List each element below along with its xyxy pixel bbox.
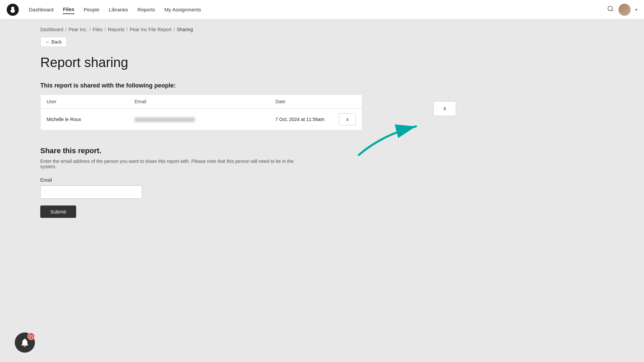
notification-icon [20, 338, 30, 348]
notification-bubble[interactable]: 21 [15, 333, 35, 353]
col-header-user: User [41, 95, 129, 109]
svg-line-1 [612, 10, 613, 11]
share-table: User Email Date Michelle le Roux 7 Oct, … [40, 95, 362, 130]
nav-people[interactable]: People [84, 5, 100, 14]
breadcrumb-sep-4: / [126, 27, 128, 32]
email-field-label: Email [40, 177, 604, 183]
breadcrumb-sep-5: / [173, 27, 175, 32]
breadcrumb-sep-3: / [105, 27, 106, 32]
breadcrumb-sep-2: / [89, 27, 91, 32]
notification-badge: 21 [28, 333, 35, 340]
popup-delete-box[interactable]: x [433, 101, 456, 116]
email-input[interactable] [40, 185, 142, 199]
nav-libraries[interactable]: Libraries [109, 5, 128, 14]
delete-share-button[interactable]: x [339, 113, 356, 125]
submit-button[interactable]: Submit [40, 205, 76, 218]
row-date: 7 Oct, 2024 at 11:56am [269, 109, 333, 130]
breadcrumb-dashboard[interactable]: Dashboard [40, 27, 63, 32]
nav-reports[interactable]: Reports [138, 5, 155, 14]
share-form-title: Share this report. [40, 146, 604, 155]
avatar[interactable] [619, 4, 631, 16]
breadcrumb-reports[interactable]: Reports [108, 27, 124, 32]
popup-x-label: x [443, 106, 446, 112]
nav-links: Dashboard Files People Libraries Reports… [29, 5, 607, 14]
share-form-description: Enter the email address of the person yo… [40, 159, 302, 169]
main-content: Dashboard / Pear Inc. / Files / Reports … [0, 0, 644, 362]
table-row: Michelle le Roux 7 Oct, 2024 at 11:56am … [41, 109, 362, 130]
row-user: Michelle le Roux [41, 109, 129, 130]
svg-point-0 [608, 6, 612, 11]
logo-icon [9, 6, 16, 13]
row-action: x [333, 109, 362, 130]
col-header-email: Email [128, 95, 269, 109]
breadcrumb: Dashboard / Pear Inc. / Files / Reports … [40, 19, 604, 37]
nav-my-assignments[interactable]: My Assignments [164, 5, 201, 14]
logo[interactable] [7, 4, 19, 16]
row-email [128, 109, 269, 130]
table-wrapper: User Email Date Michelle le Roux 7 Oct, … [40, 95, 362, 130]
col-header-action [333, 95, 362, 109]
nav-right: ▾ [607, 4, 637, 16]
email-blurred [135, 117, 195, 122]
col-header-date: Date [269, 95, 333, 109]
navbar: Dashboard Files People Libraries Reports… [0, 0, 644, 19]
breadcrumb-files[interactable]: Files [93, 27, 103, 32]
breadcrumb-pear-inc-file-report[interactable]: Pear Inc File Report [130, 27, 172, 32]
shared-section-title: This report is shared with the following… [40, 82, 604, 89]
breadcrumb-current: Sharing [177, 27, 193, 32]
nav-files[interactable]: Files [63, 5, 74, 14]
nav-dashboard[interactable]: Dashboard [29, 5, 53, 14]
breadcrumb-sep-1: / [65, 27, 67, 32]
share-form-section: Share this report. Enter the email addre… [40, 146, 604, 218]
page-title: Report sharing [40, 55, 604, 70]
breadcrumb-pear-inc[interactable]: Pear Inc. [68, 27, 87, 32]
chevron-down-icon[interactable]: ▾ [635, 7, 637, 12]
search-icon[interactable] [607, 5, 614, 14]
back-button[interactable]: ← Back [40, 37, 67, 47]
